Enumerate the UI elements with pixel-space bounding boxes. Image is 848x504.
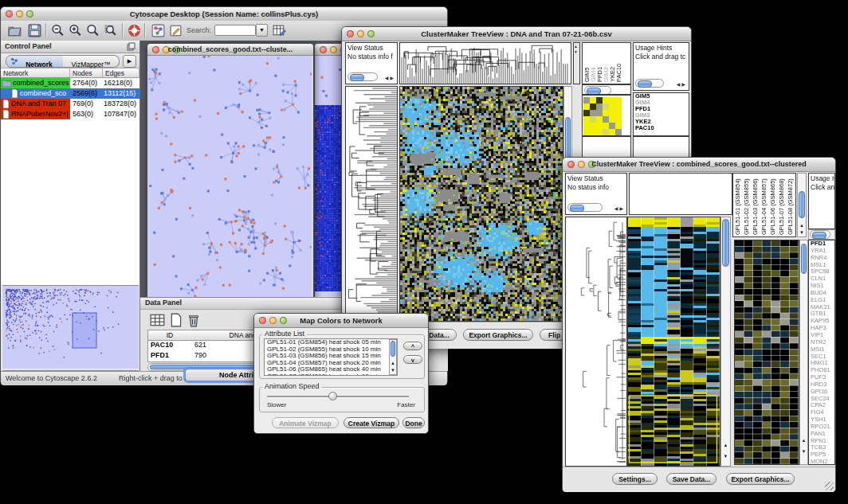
matrix-cell[interactable]: [609, 104, 615, 110]
matrix-cell[interactable]: [596, 116, 603, 123]
matrix-cell[interactable]: [609, 116, 615, 123]
matrix-cell[interactable]: [603, 104, 609, 110]
main-title-bar[interactable]: Cytoscape Desktop (Session Name: collins…: [1, 7, 447, 21]
zoom-in-icon[interactable]: [68, 23, 83, 38]
tv2-zoom-heatmap[interactable]: [734, 240, 799, 465]
close-icon[interactable]: [347, 30, 354, 37]
birdseye-view[interactable]: [2, 285, 139, 371]
move-up-button[interactable]: ^: [403, 342, 422, 350]
tab-overflow-button[interactable]: ▶: [123, 55, 136, 68]
tv1-heatmap[interactable]: [399, 86, 563, 322]
scroll-arrows[interactable]: ▼: [574, 49, 578, 54]
network-view-icon[interactable]: [151, 23, 166, 38]
scroll-up-icon[interactable]: ▲: [721, 442, 730, 448]
animate-vizmap-button[interactable]: Animate Vizmap: [272, 417, 339, 428]
attribute-table-icon[interactable]: [272, 23, 287, 38]
treeview2-title-bar[interactable]: ClusterMaker TreeView : combined_scores_…: [563, 158, 835, 172]
matrix-cell[interactable]: [603, 123, 609, 129]
matrix-cell[interactable]: [596, 123, 603, 129]
attribute-list[interactable]: GPL51-01 (GSM854) heat shock 05 minGPL51…: [264, 338, 398, 376]
settings-button[interactable]: Settings...: [612, 473, 658, 485]
help-lifesaver-icon[interactable]: [127, 23, 142, 38]
matrix-cell[interactable]: [583, 116, 590, 123]
scrollbar-thumb[interactable]: [801, 244, 807, 274]
tv1-header-scroll-strip[interactable]: ▲ ▼: [573, 42, 580, 84]
float-panel-icon[interactable]: [127, 42, 135, 51]
matrix-cell[interactable]: [583, 129, 590, 135]
scroll-arrows[interactable]: ◀▶: [614, 205, 625, 211]
matrix-cell[interactable]: [603, 97, 609, 104]
table-mode-icon[interactable]: [150, 313, 166, 327]
tv1-status-scrollbar[interactable]: [347, 72, 378, 81]
attribute-list-item[interactable]: GPL51-07 (GSM868) heat shock 60 min: [265, 373, 397, 377]
close-icon[interactable]: [567, 161, 575, 168]
scroll-arrows[interactable]: ▲: [574, 44, 578, 49]
resize-grip[interactable]: [825, 482, 834, 490]
delete-attribute-icon[interactable]: [186, 313, 201, 327]
tv2-collabels-vscrollbar[interactable]: ▲ ▼: [797, 173, 807, 237]
tv2-gene-list[interactable]: PFD1YRA1RNR4MSL1SPC98CLN1NIS1BUD4ELG1MAK…: [808, 240, 835, 465]
column-header-nodes[interactable]: Nodes: [70, 68, 103, 78]
scroll-arrows[interactable]: ◀▶: [385, 75, 395, 80]
gene-list-item[interactable]: MON2: [811, 459, 834, 465]
scrollbar-thumb[interactable]: [391, 341, 395, 357]
minimize-icon[interactable]: [330, 46, 337, 53]
matrix-cell[interactable]: [596, 97, 603, 104]
matrix-cell[interactable]: [609, 123, 615, 129]
tab-vizmapper[interactable]: VizMapper™: [63, 55, 120, 68]
matrix-cell[interactable]: [590, 116, 596, 123]
matrix-cell[interactable]: [615, 97, 622, 104]
birdseye-canvas[interactable]: [2, 286, 139, 369]
save-session-icon[interactable]: [27, 23, 42, 38]
matrix-cell[interactable]: [583, 104, 590, 110]
done-button[interactable]: Done: [402, 417, 425, 428]
matrix-cell[interactable]: [609, 97, 615, 104]
matrix-cell[interactable]: [590, 123, 596, 129]
tv2-heatmap-vscrollbar[interactable]: ▲ ▼: [720, 217, 731, 467]
close-icon[interactable]: [6, 10, 13, 18]
scrollbar[interactable]: [810, 230, 830, 239]
matrix-cell[interactable]: [615, 110, 622, 116]
cluster-zoom-matrix[interactable]: [583, 97, 622, 135]
tv1-zoom-matrix-panel[interactable]: [582, 95, 631, 136]
scroll-up-icon[interactable]: ▲: [390, 360, 396, 366]
open-session-icon[interactable]: [7, 23, 22, 38]
scrollbar-thumb[interactable]: [799, 191, 805, 218]
matrix-cell[interactable]: [615, 104, 622, 110]
scroll-down-icon[interactable]: ▼: [800, 448, 807, 455]
matrix-cell[interactable]: [590, 129, 596, 135]
search-dropdown-icon[interactable]: ▾: [256, 24, 268, 37]
matrix-cell[interactable]: [590, 104, 596, 110]
matrix-cell[interactable]: [590, 110, 596, 116]
scroll-arrows[interactable]: ◀▶: [677, 81, 687, 87]
close-icon[interactable]: [259, 317, 266, 324]
table-row-rnapuber[interactable]: RNAPuberNov2+| 563(0) 107847(0): [1, 109, 140, 119]
create-vizmap-button[interactable]: Create Vizmap: [344, 417, 399, 428]
network-window-title-bar[interactable]: combined_scores_good.txt--cluste...: [147, 44, 313, 56]
network-view-window[interactable]: combined_scores_good.txt--cluste...: [147, 43, 314, 297]
tab-network[interactable]: Network: [6, 55, 65, 68]
search-input[interactable]: [214, 25, 256, 36]
tv2-row-dendrogram[interactable]: [565, 217, 627, 467]
annotation-icon[interactable]: [168, 23, 183, 38]
scroll-down-icon[interactable]: ▼: [390, 367, 396, 373]
matrix-cell[interactable]: [615, 123, 622, 129]
matrix-cell[interactable]: [603, 110, 609, 116]
tv2-hints-scroll-strip[interactable]: [808, 229, 835, 240]
table-row-combined-scores[interactable]: combined_scores 2764(0) 16218(0): [1, 78, 140, 88]
matrix-cell[interactable]: [615, 116, 622, 123]
matrix-cell[interactable]: [596, 129, 603, 135]
matrix-cell[interactable]: [596, 104, 603, 110]
scrollbar[interactable]: [584, 86, 611, 95]
matrix-cell[interactable]: [603, 116, 609, 123]
treeview1-title-bar[interactable]: ClusterMaker TreeView : DNA and Tran 07-…: [342, 27, 691, 41]
matrix-cell[interactable]: [609, 110, 615, 116]
scroll-up-icon[interactable]: ▲: [798, 222, 806, 229]
zoom-out-icon[interactable]: [50, 23, 65, 38]
matrix-cell[interactable]: [590, 97, 596, 104]
matrix-cell[interactable]: [615, 129, 622, 135]
tv1-mini-hscroll[interactable]: [582, 84, 631, 95]
scroll-down-icon[interactable]: ▼: [798, 229, 806, 236]
column-header-edges[interactable]: Edges: [103, 68, 139, 78]
table-row-combined-sco-selected[interactable]: combined_sco 2569(6) 13112(15): [1, 88, 140, 99]
